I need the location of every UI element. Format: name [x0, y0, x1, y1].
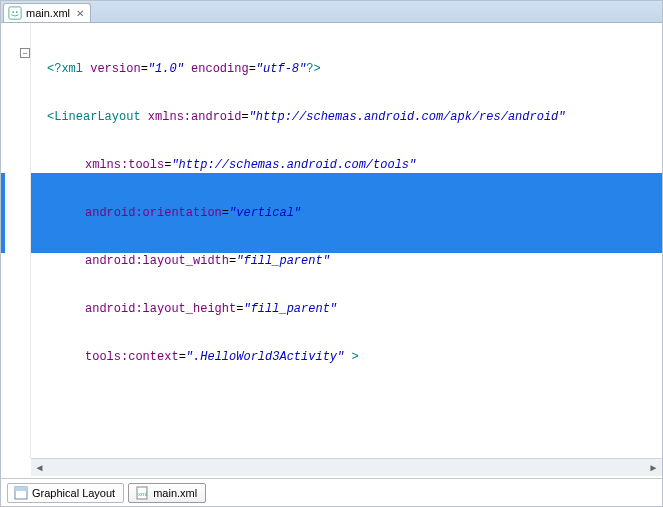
scroll-left-icon[interactable]: ◄ — [31, 460, 48, 476]
scroll-right-icon[interactable]: ► — [645, 460, 662, 476]
editor-tab-label: main.xml — [26, 7, 70, 19]
fold-toggle-icon[interactable]: − — [20, 48, 30, 58]
tab-label: Graphical Layout — [32, 487, 115, 499]
svg-rect-4 — [15, 487, 27, 491]
close-icon[interactable]: ✕ — [76, 8, 84, 19]
editor-mode-tabs: Graphical Layout xml main.xml — [1, 478, 662, 506]
tab-source-xml[interactable]: xml main.xml — [128, 483, 206, 503]
editor-tab-main-xml[interactable]: main.xml ✕ — [3, 3, 91, 22]
horizontal-scrollbar[interactable]: ◄ ► — [31, 458, 662, 476]
svg-point-2 — [16, 11, 18, 13]
selection-gutter-marker — [1, 173, 5, 253]
tab-label: main.xml — [153, 487, 197, 499]
svg-rect-0 — [9, 7, 21, 19]
android-file-icon — [8, 6, 22, 20]
layout-icon — [14, 486, 28, 500]
svg-point-1 — [12, 11, 14, 13]
tab-graphical-layout[interactable]: Graphical Layout — [7, 483, 124, 503]
code-editor[interactable]: − <?xml version="1.0" encoding="utf-8"?>… — [1, 23, 662, 476]
svg-text:xml: xml — [138, 491, 147, 497]
gutter: − — [1, 23, 31, 458]
code-content[interactable]: <?xml version="1.0" encoding="utf-8"?> <… — [31, 23, 662, 458]
editor-tab-bar: main.xml ✕ — [1, 1, 662, 23]
xml-file-icon: xml — [135, 486, 149, 500]
